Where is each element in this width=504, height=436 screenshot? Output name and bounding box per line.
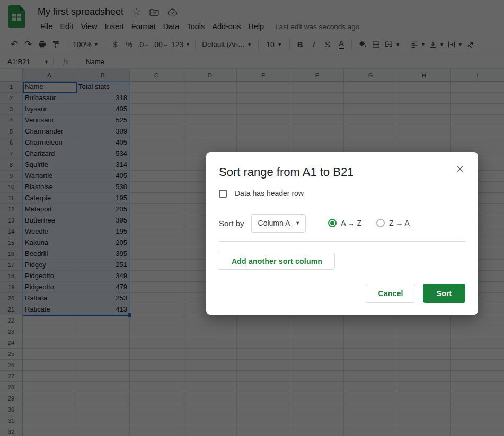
sort-button[interactable]: Sort [423, 284, 465, 303]
radio-asc-button[interactable] [328, 219, 337, 227]
add-sort-column-button[interactable]: Add another sort column [219, 253, 335, 270]
sort-range-dialog: Sort range from A1 to B21 × Data has hea… [206, 152, 478, 315]
chevron-down-icon: ▼ [295, 220, 300, 226]
cancel-button[interactable]: Cancel [366, 284, 415, 303]
radio-desc-label: Z → A [389, 219, 410, 227]
radio-asc-label: A → Z [341, 219, 361, 227]
radio-desc-button[interactable] [376, 219, 385, 227]
sort-by-label: Sort by [219, 219, 244, 228]
close-icon[interactable]: × [453, 162, 467, 176]
sort-column-select[interactable]: Column A ▼ [251, 214, 306, 233]
radio-option-desc[interactable]: Z → A [376, 219, 410, 227]
radio-option-asc[interactable]: A → Z [328, 219, 361, 227]
dialog-title: Sort range from A1 to B21 [219, 165, 465, 180]
header-row-checkbox[interactable] [219, 190, 227, 198]
header-row-checkbox-label[interactable]: Data has header row [235, 189, 304, 198]
divider [219, 241, 465, 242]
